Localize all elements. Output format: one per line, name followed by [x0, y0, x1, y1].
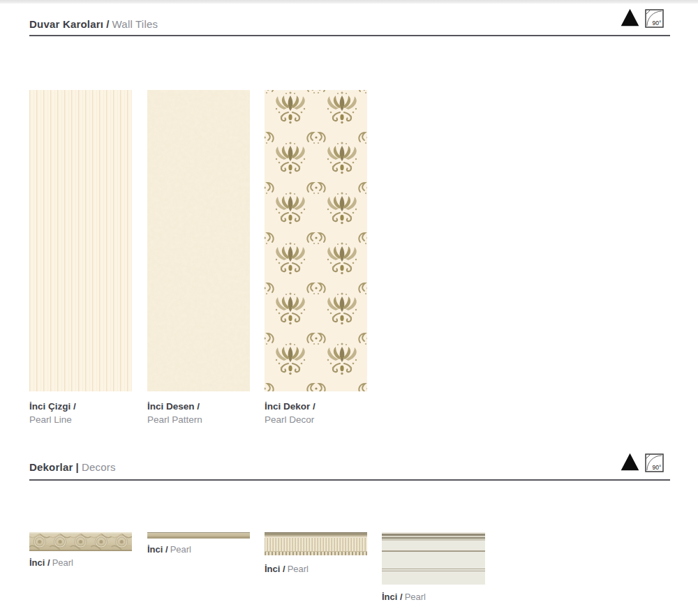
corner-90-label: 90° — [653, 20, 662, 27]
corner-90-label: 90° — [653, 464, 662, 471]
decor-name-tr: İnci / — [29, 557, 50, 568]
section-title-en: Wall Tiles — [112, 18, 158, 30]
section-divider — [29, 35, 670, 36]
decor-swatch-embossed-border — [29, 532, 132, 551]
decor-name-tr: İnci / — [382, 592, 403, 602]
decor-name-en: Pearl — [52, 557, 73, 568]
decor-swatch-skirting — [382, 532, 485, 585]
tile-name-tr: İnci Dekor / — [265, 400, 315, 413]
decor-swatch-thin-strip — [147, 532, 250, 539]
tile-swatch-pearl-line — [29, 90, 132, 391]
tile-name-en: Pearl Line — [29, 413, 76, 426]
triangle-icon — [621, 8, 639, 27]
tile-label-pearl-decor: İnci Dekor / Pearl Decor — [265, 400, 315, 426]
section-title-en: Decors — [82, 461, 116, 473]
decor-name-en: Pearl — [405, 592, 426, 602]
tile-name-en: Pearl Decor — [265, 413, 315, 426]
tile-label-pearl-line: İnci Çizgi / Pearl Line — [29, 400, 76, 426]
tile-name-en: Pearl Pattern — [147, 413, 202, 426]
decor-name-en: Pearl — [288, 564, 309, 574]
tile-name-tr: İnci Desen / — [147, 400, 202, 413]
decor-label: İnci /Pearl — [147, 544, 191, 555]
corner-90-icon: 90° — [645, 453, 664, 472]
tile-swatch-pearl-decor — [265, 90, 367, 391]
decor-label: İnci /Pearl — [382, 592, 426, 602]
tile-label-pearl-pattern: İnci Desen / Pearl Pattern — [147, 400, 202, 426]
section-title-tr: Dekorlar — [29, 461, 73, 473]
decor-swatch-fluted-border — [265, 532, 367, 555]
tile-name-tr: İnci Çizgi / — [29, 400, 76, 413]
decor-label: İnci /Pearl — [29, 557, 73, 568]
corner-90-icon: 90° — [645, 9, 664, 28]
section-title-separator: / — [106, 18, 109, 30]
section-title-separator: | — [75, 461, 78, 473]
section-title-decors: Dekorlar|Decors — [29, 461, 116, 473]
page-top-edge — [0, 0, 698, 3]
triangle-icon — [621, 453, 639, 471]
section-title-wall-tiles: Duvar Karoları/Wall Tiles — [29, 18, 158, 30]
section-title-tr: Duvar Karoları — [29, 18, 103, 30]
tile-swatch-pearl-pattern — [147, 90, 250, 391]
catalog-page: Duvar Karoları/Wall Tiles 90° — [0, 0, 698, 616]
decor-name-tr: İnci / — [147, 544, 168, 555]
decor-name-tr: İnci / — [265, 564, 285, 574]
decor-name-en: Pearl — [170, 544, 191, 555]
decor-label: İnci /Pearl — [265, 564, 309, 574]
section-divider — [29, 479, 670, 481]
